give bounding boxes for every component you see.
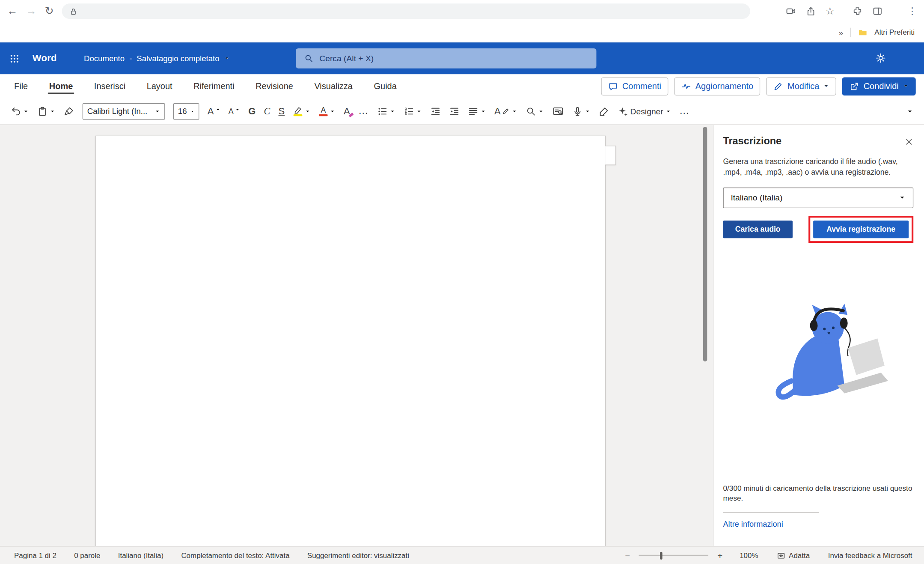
address-bar[interactable]: [62, 3, 750, 19]
cat-headphones-illustration: [755, 297, 891, 399]
fit-to-page-button[interactable]: Adatta: [776, 551, 810, 560]
start-recording-button[interactable]: Avvia registrazione: [813, 221, 909, 238]
immersive-reader-button[interactable]: [553, 105, 565, 117]
tab-revisione[interactable]: Revisione: [256, 74, 293, 98]
forward-button[interactable]: →: [26, 6, 37, 17]
highlight-color-bar: [294, 114, 303, 116]
font-name-select[interactable]: Calibri Light (In...: [83, 103, 165, 119]
bold-button[interactable]: G: [248, 107, 256, 116]
settings-button[interactable]: [875, 53, 886, 64]
font-color-button[interactable]: A: [319, 106, 336, 116]
tab-file[interactable]: File: [14, 74, 28, 98]
collapse-ribbon-button[interactable]: [906, 107, 914, 115]
zoom-out-button[interactable]: −: [625, 551, 630, 560]
text-completion-status[interactable]: Completamento del testo: Attivata: [181, 551, 289, 559]
pane-description: Genera una trascrizione caricando il fil…: [723, 156, 912, 177]
chevron-down-icon: [389, 108, 395, 114]
tab-guida[interactable]: Guida: [374, 74, 397, 98]
fit-icon: [776, 551, 785, 560]
page-count[interactable]: Pagina 1 di 2: [14, 551, 56, 559]
collapsed-comment-card[interactable]: [605, 146, 616, 165]
highlight-button[interactable]: [293, 106, 311, 116]
document-name[interactable]: Documento: [84, 54, 125, 63]
clipboard-icon: [37, 106, 48, 116]
app-launcher-icon[interactable]: [9, 54, 19, 63]
underline-button[interactable]: S: [279, 107, 285, 116]
font-color-letter: A: [321, 106, 326, 114]
arrow-down-icon: [235, 107, 240, 112]
search-input[interactable]: [319, 54, 588, 63]
close-pane-button[interactable]: [905, 137, 914, 146]
word-count[interactable]: 0 parole: [74, 551, 100, 559]
more-info-link[interactable]: Altre informazioni: [723, 519, 783, 528]
zoom-level[interactable]: 100%: [740, 551, 758, 559]
format-painter-button[interactable]: [64, 106, 74, 116]
designer-button[interactable]: Designer: [618, 106, 671, 116]
zoom-slider-thumb[interactable]: [660, 552, 663, 559]
alignment-button[interactable]: [468, 106, 486, 116]
bullet-list-button[interactable]: [377, 106, 395, 116]
document-page[interactable]: [95, 136, 606, 546]
browser-menu-icon[interactable]: ⋮: [907, 6, 917, 16]
feedback-link[interactable]: Invia feedback a Microsoft: [828, 551, 912, 559]
italic-button[interactable]: C: [264, 107, 270, 116]
clear-formatting-button[interactable]: A: [344, 107, 350, 116]
usage-text: 0/300 minuti di caricamento della trascr…: [723, 483, 912, 504]
save-status[interactable]: Salvataggio completato: [137, 54, 219, 63]
find-button[interactable]: [526, 106, 544, 116]
chevron-down-icon: [50, 108, 56, 114]
editor-suggestions-status[interactable]: Suggerimenti editor: visualizzati: [307, 551, 409, 559]
video-camera-icon[interactable]: [785, 6, 796, 17]
tab-layout[interactable]: Layout: [147, 74, 172, 98]
underline-letter: S: [279, 107, 285, 116]
side-panel-icon[interactable]: [872, 6, 883, 17]
update-button[interactable]: Aggiornamento: [674, 77, 761, 95]
bookmarks-folder-label[interactable]: Altri Preferiti: [874, 28, 915, 36]
url-input[interactable]: [83, 7, 743, 16]
undo-button[interactable]: [11, 106, 29, 116]
chevron-down-icon: [23, 108, 29, 114]
more-font-options-button[interactable]: …: [358, 109, 369, 113]
upload-audio-button[interactable]: Carica audio: [723, 221, 792, 238]
back-button[interactable]: ←: [7, 6, 18, 17]
bookmarks-overflow-button[interactable]: »: [839, 27, 844, 37]
tab-riferimenti[interactable]: Riferimenti: [193, 74, 234, 98]
numbered-list-icon: [404, 106, 414, 116]
app-name[interactable]: Word: [33, 53, 57, 64]
vertical-scrollbar[interactable]: [703, 127, 707, 361]
zoom-slider[interactable]: [639, 555, 708, 556]
language-status[interactable]: Italiano (Italia): [118, 551, 163, 559]
tab-inserisci[interactable]: Inserisci: [94, 74, 125, 98]
styles-button[interactable]: A: [494, 107, 518, 116]
dictate-button[interactable]: [573, 106, 591, 116]
grow-font-letter: A: [208, 107, 214, 116]
ribbon-right-actions: Commenti Aggiornamento Modifica Condivid…: [601, 77, 915, 95]
app-header: Word Documento - Salvataggio completato: [0, 42, 924, 74]
shrink-font-button[interactable]: A: [229, 107, 240, 115]
share-icon[interactable]: [805, 6, 816, 17]
search-box[interactable]: [296, 48, 596, 69]
grow-font-button[interactable]: A: [208, 107, 220, 116]
tab-visualizza[interactable]: Visualizza: [314, 74, 353, 98]
numbered-list-button[interactable]: [404, 106, 422, 116]
language-select[interactable]: Italiano (Italia): [723, 188, 913, 208]
document-title-group[interactable]: Documento - Salvataggio completato: [84, 54, 230, 63]
sparkle-icon: [618, 106, 629, 116]
reload-button[interactable]: ↻: [45, 6, 54, 17]
editing-mode-label: Modifica: [787, 81, 819, 91]
share-button[interactable]: Condividi: [842, 77, 916, 95]
more-commands-button[interactable]: …: [679, 109, 690, 113]
paste-button[interactable]: [37, 106, 56, 116]
editor-button[interactable]: [599, 106, 610, 116]
font-size-select[interactable]: 16: [173, 103, 199, 119]
zoom-in-button[interactable]: +: [717, 551, 722, 560]
comments-button[interactable]: Commenti: [601, 77, 668, 95]
bookmark-star-icon[interactable]: ☆: [826, 6, 835, 16]
tab-home[interactable]: Home: [49, 74, 73, 98]
editing-mode-button[interactable]: Modifica: [766, 77, 836, 95]
decrease-indent-button[interactable]: [430, 106, 441, 116]
increase-indent-button[interactable]: [449, 106, 460, 116]
gear-icon: [875, 53, 886, 64]
usage-progress-bar: [723, 512, 819, 513]
extensions-puzzle-icon[interactable]: [852, 6, 863, 17]
